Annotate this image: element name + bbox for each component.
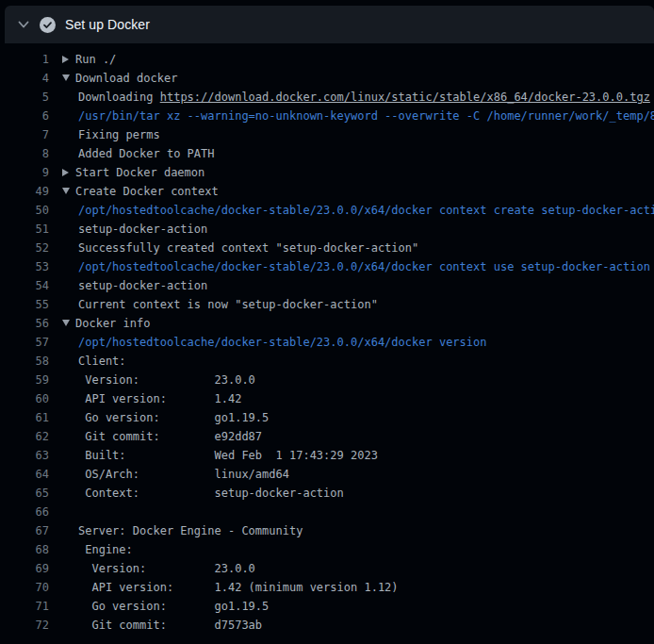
log-text: Start Docker daemon: [49, 163, 654, 182]
line-number[interactable]: 63: [0, 446, 49, 465]
group-toggle-collapsed-icon[interactable]: [62, 163, 75, 182]
group-title: Run ./: [75, 53, 116, 66]
line-number[interactable]: 64: [0, 465, 49, 484]
line-number[interactable]: 59: [0, 371, 49, 389]
group-title: Download docker: [75, 72, 177, 85]
log-text: Git commit: d7573ab: [49, 616, 654, 635]
log-command-text: /opt/hostedtoolcache/docker-stable/23.0.…: [49, 257, 654, 276]
log-text: API version: 1.42 (minimum version 1.12): [49, 578, 654, 597]
log-line: 4Download docker: [0, 69, 654, 88]
log-text: Engine:: [49, 540, 654, 559]
log-line: 51setup-docker-action: [0, 220, 654, 239]
log-text-segment: Downloading: [78, 91, 160, 104]
log-line: 63 Built: Wed Feb 1 17:43:29 2023: [0, 446, 654, 465]
log-text-segment: Version: 23.0.0: [78, 562, 255, 575]
log-line: 64 OS/Arch: linux/amd64: [0, 465, 654, 484]
log-text-segment: Successfully created context "setup-dock…: [78, 241, 418, 255]
log-line: 9Start Docker daemon: [0, 163, 654, 182]
line-number[interactable]: 71: [0, 597, 49, 616]
log-text: Built: Wed Feb 1 17:43:29 2023: [49, 446, 654, 465]
log-text-segment: Version: 23.0.0: [78, 373, 255, 387]
line-number[interactable]: 7: [0, 125, 49, 144]
log-line: 68 Engine:: [0, 540, 654, 559]
line-number[interactable]: 66: [0, 503, 49, 521]
log-text: Fixing perms: [49, 125, 654, 144]
line-number[interactable]: 5: [0, 88, 49, 107]
log-line: 8Added Docker to PATH: [0, 144, 654, 163]
log-text: Client:: [49, 352, 654, 371]
log-text: Git commit: e92dd87: [49, 427, 654, 446]
log-text-segment: Context: setup-docker-action: [78, 487, 344, 500]
group-toggle-expanded-icon[interactable]: [62, 182, 75, 201]
line-number[interactable]: 49: [0, 182, 49, 201]
group-title: Create Docker context: [75, 185, 219, 198]
log-text: Successfully created context "setup-dock…: [49, 239, 654, 257]
log-text-segment: Engine:: [78, 543, 133, 556]
log-command-text: /usr/bin/tar xz --warning=no-unknown-key…: [49, 107, 654, 125]
line-number[interactable]: 55: [0, 295, 49, 314]
log-text-segment: Built: Wed Feb 1 17:43:29 2023: [78, 449, 378, 462]
log-line: 1Run ./: [0, 50, 654, 69]
log-text: Go version: go1.19.5: [49, 597, 654, 616]
log-line: 70 API version: 1.42 (minimum version 1.…: [0, 578, 654, 597]
line-number[interactable]: 62: [0, 427, 49, 446]
log-text-segment: setup-docker-action: [78, 279, 207, 292]
line-number[interactable]: 1: [0, 50, 49, 69]
line-number[interactable]: 65: [0, 484, 49, 503]
log-text-segment: OS/Arch: linux/amd64: [78, 468, 289, 481]
line-number[interactable]: 6: [0, 107, 49, 125]
line-number[interactable]: 9: [0, 163, 49, 182]
line-number[interactable]: 68: [0, 540, 49, 559]
log-text: setup-docker-action: [49, 276, 654, 295]
line-number[interactable]: 56: [0, 314, 49, 333]
log-text: Download docker: [49, 69, 654, 88]
log-line: 58Client:: [0, 352, 654, 371]
log-text-segment: Added Docker to PATH: [78, 147, 215, 160]
log-text: Go version: go1.19.5: [49, 408, 654, 427]
step-header[interactable]: Set up Docker: [5, 6, 654, 43]
log-line: 49Create Docker context: [0, 182, 654, 201]
log-line: 60 API version: 1.42: [0, 389, 654, 408]
line-number[interactable]: 50: [0, 201, 49, 220]
log-line: 56Docker info: [0, 314, 654, 333]
log-text-segment: /opt/hostedtoolcache/docker-stable/23.0.…: [78, 260, 650, 273]
log-link[interactable]: https://download.docker.com/linux/static…: [160, 91, 650, 104]
line-number[interactable]: 67: [0, 521, 49, 540]
line-number[interactable]: 57: [0, 333, 49, 352]
log-text: Added Docker to PATH: [49, 144, 654, 163]
line-number[interactable]: 4: [0, 69, 49, 88]
log-text: API version: 1.42: [49, 389, 654, 408]
check-circle-icon: [40, 17, 56, 33]
log-line: 65 Context: setup-docker-action: [0, 484, 654, 503]
log-text-segment: /opt/hostedtoolcache/docker-stable/23.0.…: [78, 336, 486, 349]
line-number[interactable]: 52: [0, 239, 49, 257]
log-text: Version: 23.0.0: [49, 371, 654, 389]
log-text-segment: /opt/hostedtoolcache/docker-stable/23.0.…: [78, 204, 654, 217]
log-text-segment: /usr/bin/tar xz --warning=no-unknown-key…: [78, 109, 654, 123]
chevron-down-icon[interactable]: [17, 18, 30, 31]
log-text: Run ./: [49, 50, 654, 69]
line-number[interactable]: 51: [0, 220, 49, 239]
line-number[interactable]: 54: [0, 276, 49, 295]
line-number[interactable]: 58: [0, 352, 49, 371]
log-line: 57/opt/hostedtoolcache/docker-stable/23.…: [0, 333, 654, 352]
group-toggle-expanded-icon[interactable]: [62, 69, 75, 88]
line-number[interactable]: 8: [0, 144, 49, 163]
line-number[interactable]: 61: [0, 408, 49, 427]
log-text: OS/Arch: linux/amd64: [49, 465, 654, 484]
line-number[interactable]: 53: [0, 257, 49, 276]
group-toggle-collapsed-icon[interactable]: [62, 50, 75, 69]
group-title: Start Docker daemon: [75, 166, 204, 179]
log-text-segment: Git commit: d7573ab: [78, 619, 262, 632]
log-text-segment: API version: 1.42 (minimum version 1.12): [78, 581, 399, 594]
line-number[interactable]: 69: [0, 559, 49, 578]
log-line: 62 Git commit: e92dd87: [0, 427, 654, 446]
log-text: Docker info: [49, 314, 654, 333]
line-number[interactable]: 72: [0, 616, 49, 635]
group-toggle-expanded-icon[interactable]: [62, 314, 75, 333]
line-number[interactable]: 70: [0, 578, 49, 597]
line-number[interactable]: 60: [0, 389, 49, 408]
log-text: Create Docker context: [49, 182, 654, 201]
log-line: 53/opt/hostedtoolcache/docker-stable/23.…: [0, 257, 654, 276]
log-line: 72 Git commit: d7573ab: [0, 616, 654, 635]
